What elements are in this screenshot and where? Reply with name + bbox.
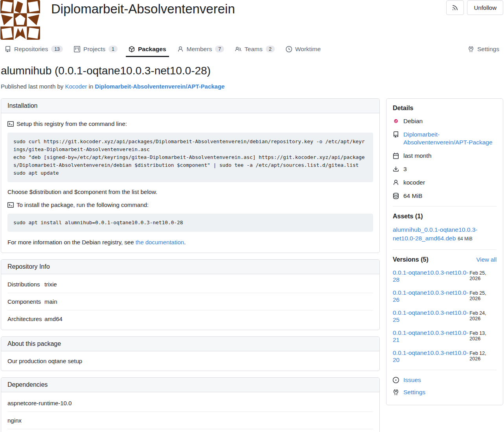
view-all-link[interactable]: View all	[476, 256, 497, 263]
org-avatar[interactable]	[0, 0, 40, 40]
detail-publisher: kocoder	[393, 179, 497, 186]
more-info-line: For more information on the Debian regis…	[7, 239, 373, 246]
install-code-block[interactable]: sudo apt install alumnihub=0.0.1-oqtane1…	[7, 214, 373, 232]
tab-settings[interactable]: Settings	[468, 41, 499, 57]
version-link[interactable]: 0.0.1-oqtane10.0.3-net10.0-25	[393, 309, 469, 323]
calendar-icon	[393, 153, 399, 159]
dependency-item: nginx	[7, 412, 373, 429]
publisher-name: kocoder	[403, 179, 425, 186]
version-date: Feb 24, 2026	[469, 310, 497, 321]
org-tab-bar: Repositories 13 Projects 1 Packages Memb…	[0, 41, 504, 57]
tab-label: Projects	[83, 46, 105, 53]
version-row: 0.0.1-oqtane10.0.3-net10.0-28 Feb 25, 20…	[393, 269, 497, 283]
version-row: 0.0.1-oqtane10.0.3-net10.0-25 Feb 24, 20…	[393, 309, 497, 323]
tab-label: Repositories	[14, 46, 48, 53]
rss-icon	[452, 4, 458, 11]
download-icon	[393, 166, 399, 172]
package-repo-link[interactable]: Diplomarbeit-Absolventenverein/APT-Packa…	[95, 83, 224, 90]
version-row: 0.0.1-oqtane10.0.3-net10.0-21 Feb 13, 20…	[393, 329, 497, 343]
unfollow-button[interactable]: Unfollow	[467, 0, 503, 15]
documentation-link[interactable]: the documentation	[136, 239, 184, 246]
tab-label: Packages	[138, 46, 166, 53]
tab-count-badge: 7	[215, 46, 224, 52]
tab-label: Worktime	[295, 46, 321, 53]
about-header: About this package	[1, 337, 379, 351]
version-link[interactable]: 0.0.1-oqtane10.0.3-net10.0-26	[393, 289, 469, 303]
detail-repo-link[interactable]: Diplomarbeit-Absolventenverein/APT-Packa…	[403, 131, 497, 146]
person-icon	[393, 179, 399, 186]
info-value: trixie	[44, 281, 57, 288]
published-prefix: Published last month by	[1, 83, 63, 90]
version-row: 0.0.1-oqtane10.0.3-net10.0-26 Feb 25, 20…	[393, 289, 497, 303]
installation-header: Installation	[1, 99, 379, 113]
info-label: Architectures	[7, 316, 44, 322]
about-panel: About this package Our production oqtane…	[1, 336, 380, 371]
clock-icon	[286, 46, 292, 52]
dependency-item: postgresql-18	[7, 429, 373, 432]
tab-label: Teams	[245, 46, 263, 53]
dependency-item: aspnetcore-runtime-10.0	[7, 395, 373, 412]
divider	[393, 370, 497, 370]
header-actions: Unfollow	[446, 0, 503, 15]
rss-button[interactable]	[446, 0, 464, 15]
asset-item: alumnihub_0.0.1-oqtane10.0.3-net10.0-28_…	[393, 225, 497, 243]
issues-row: Issues	[393, 377, 497, 384]
info-label: Components	[7, 298, 44, 305]
info-label: Distributions	[7, 281, 44, 288]
tab-projects[interactable]: Projects 1	[74, 41, 118, 57]
choose-note: Choose $distribution and $component from…	[7, 188, 373, 195]
asset-size: 64 MiB	[458, 236, 472, 242]
published-date: last month	[403, 152, 432, 160]
published-line: Published last month by Kocoder in Diplo…	[1, 83, 503, 90]
detail-downloads: 3	[393, 165, 497, 173]
repository-info-panel: Repository Info Distributions trixie Com…	[1, 259, 380, 330]
setup-label: Setup this registry from the command lin…	[17, 120, 127, 127]
tab-members[interactable]: Members 7	[177, 41, 224, 57]
package-icon	[129, 46, 135, 52]
identicon-icon	[0, 0, 40, 40]
terminal-icon	[7, 202, 14, 208]
setup-code-block[interactable]: sudo curl https://git.kocoder.xyz/api/pa…	[7, 133, 373, 182]
divider	[393, 206, 497, 207]
tab-teams[interactable]: Teams 2	[235, 41, 275, 57]
published-in: in	[88, 83, 93, 90]
version-link[interactable]: 0.0.1-oqtane10.0.3-net10.0-28	[393, 269, 469, 283]
package-size: 64 MiB	[403, 192, 422, 200]
tab-packages[interactable]: Packages	[129, 41, 166, 57]
assets-title: Assets (1)	[393, 213, 497, 220]
org-title: Diplomarbeit-Absolventenverein	[51, 0, 235, 18]
tab-label: Members	[187, 46, 212, 53]
version-link[interactable]: 0.0.1-oqtane10.0.3-net10.0-20	[393, 349, 469, 364]
wrench-icon	[468, 46, 474, 52]
details-sidebar: Details Debian Diplomarbeit-Absolventenv…	[386, 98, 503, 405]
setup-label-row: Setup this registry from the command lin…	[7, 120, 373, 127]
installation-panel: Installation Setup this registry from th…	[1, 98, 380, 253]
info-value: main	[44, 298, 57, 305]
repository-info-header: Repository Info	[1, 260, 379, 274]
detail-size: 64 MiB	[393, 192, 497, 200]
dependencies-header: Dependencies	[1, 378, 379, 392]
detail-package-type: Debian	[393, 117, 497, 125]
database-icon	[393, 193, 399, 199]
info-row-architectures: Architectures amd64	[7, 310, 373, 327]
more-info-prefix: For more information on the Debian regis…	[7, 239, 136, 246]
org-header: Diplomarbeit-Absolventenverein Unfollow	[0, 0, 504, 40]
version-row: 0.0.1-oqtane10.0.3-net10.0-20 Feb 12, 20…	[393, 349, 497, 364]
install-label-row: To install the package, run the followin…	[7, 201, 373, 208]
tab-count-badge: 2	[266, 46, 275, 52]
tab-repositories[interactable]: Repositories 13	[5, 41, 63, 57]
tab-worktime[interactable]: Worktime	[286, 41, 321, 57]
info-row-components: Components main	[7, 293, 373, 310]
settings-row: Settings	[393, 389, 497, 396]
settings-link[interactable]: Settings	[403, 389, 425, 396]
issues-link[interactable]: Issues	[403, 377, 421, 384]
tab-count-badge: 13	[51, 46, 63, 52]
version-date: Feb 12, 2026	[469, 351, 497, 362]
version-date: Feb 13, 2026	[469, 330, 497, 342]
dependencies-panel: Dependencies aspnetcore-runtime-10.0 ngi…	[1, 377, 380, 432]
debian-logo-icon	[393, 118, 399, 124]
version-link[interactable]: 0.0.1-oqtane10.0.3-net10.0-21	[393, 329, 469, 343]
detail-published: last month	[393, 152, 497, 160]
download-count: 3	[403, 165, 407, 173]
publisher-link[interactable]: Kocoder	[65, 83, 87, 90]
